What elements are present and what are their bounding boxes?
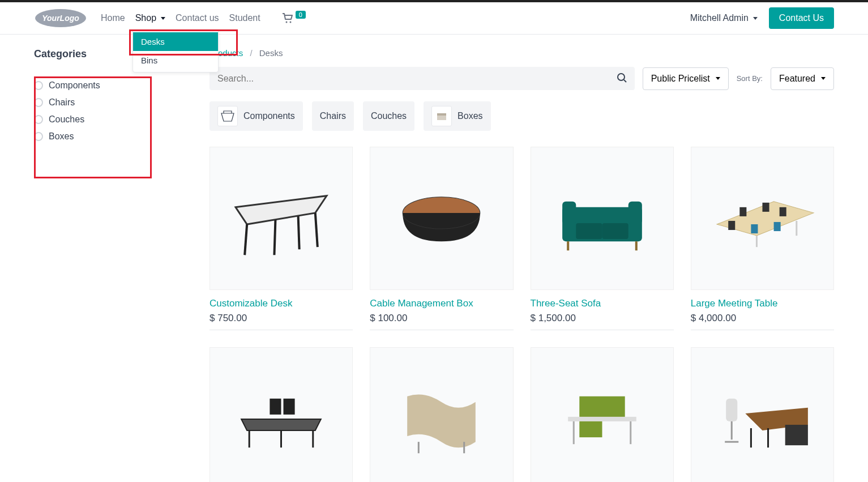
- svg-marker-31: [241, 419, 321, 430]
- product-image: [691, 347, 834, 482]
- product-image: [209, 347, 353, 482]
- nav-contact-us[interactable]: Contact us: [176, 13, 219, 23]
- breadcrumb-current: Desks: [259, 48, 283, 58]
- chip-thumb: [217, 106, 238, 126]
- product-card[interactable]: Large Meeting Table $ 4,000.00: [691, 147, 834, 330]
- shop-menu-desks[interactable]: Desks: [133, 32, 218, 51]
- product-title[interactable]: Three-Seat Sofa: [531, 298, 674, 309]
- svg-point-2: [285, 22, 287, 23]
- radio-icon: [34, 115, 43, 124]
- svg-rect-26: [751, 224, 758, 233]
- svg-rect-17: [628, 201, 642, 224]
- chip-label: Couches: [371, 111, 407, 121]
- product-price: $ 4,000.00: [691, 313, 834, 324]
- product-title[interactable]: Customizable Desk: [209, 298, 353, 309]
- chip-couches[interactable]: Couches: [363, 101, 414, 131]
- product-price: $ 100.00: [370, 313, 513, 324]
- svg-rect-32: [270, 399, 281, 415]
- radio-icon: [34, 132, 43, 141]
- svg-rect-28: [728, 221, 735, 230]
- svg-rect-33: [284, 399, 295, 415]
- chip-components[interactable]: Components: [209, 101, 303, 131]
- product-image: [209, 147, 353, 290]
- chip-label: Components: [243, 111, 295, 121]
- svg-line-5: [624, 80, 626, 82]
- category-components[interactable]: Components: [34, 77, 187, 94]
- product-price: $ 750.00: [209, 313, 353, 324]
- cart-button[interactable]: 0: [282, 13, 306, 23]
- svg-rect-23: [739, 207, 746, 216]
- caret-down-icon: [753, 17, 758, 20]
- product-card[interactable]: Customizable Desk $ 750.00: [209, 147, 353, 330]
- cart-icon: [282, 13, 293, 23]
- chip-label: Chairs: [320, 111, 346, 121]
- svg-rect-39: [579, 396, 625, 417]
- svg-rect-27: [773, 222, 780, 231]
- radio-icon: [34, 98, 43, 107]
- nav-home[interactable]: Home: [101, 13, 125, 23]
- product-price: $ 1,500.00: [531, 313, 674, 324]
- caret-down-icon: [716, 77, 720, 80]
- shop-dropdown-menu: Desks Bins: [132, 29, 219, 72]
- product-card[interactable]: Corner Desk Left Sit $ 85.00: [691, 347, 834, 482]
- svg-rect-40: [568, 417, 636, 421]
- chip-chairs[interactable]: Chairs: [312, 101, 354, 131]
- product-card[interactable]: Acoustic Bloc Screens $ 295.00: [370, 347, 513, 482]
- product-image: [531, 147, 674, 290]
- category-label: Components: [49, 80, 100, 91]
- svg-line-12: [298, 216, 300, 249]
- contact-us-button[interactable]: Contact Us: [769, 7, 834, 29]
- svg-line-10: [315, 213, 318, 247]
- product-title[interactable]: Large Meeting Table: [691, 298, 834, 309]
- product-card[interactable]: Cable Management Box $ 100.00: [370, 147, 513, 330]
- pricelist-label: Public Pricelist: [651, 74, 710, 84]
- svg-point-3: [289, 22, 291, 23]
- nav-student[interactable]: Student: [229, 13, 260, 23]
- sort-select[interactable]: Featured: [771, 67, 834, 90]
- category-label: Couches: [49, 114, 84, 125]
- product-image: [691, 147, 834, 290]
- sort-label: Sort By:: [737, 74, 763, 83]
- caret-down-icon: [161, 17, 165, 20]
- product-image: [531, 347, 674, 482]
- chip-thumb: [431, 106, 452, 126]
- category-couches[interactable]: Couches: [34, 111, 187, 128]
- svg-rect-7: [437, 113, 446, 116]
- caret-down-icon: [821, 77, 826, 80]
- product-title[interactable]: Cable Management Box: [370, 298, 513, 309]
- search-icon[interactable]: [617, 72, 627, 84]
- user-menu[interactable]: Mitchell Admin: [690, 13, 758, 23]
- svg-rect-45: [785, 425, 808, 445]
- breadcrumb-separator: /: [250, 48, 252, 58]
- nav-shop[interactable]: Shop: [135, 13, 165, 23]
- search-box[interactable]: [209, 67, 635, 90]
- sort-value: Featured: [779, 74, 815, 84]
- nav-shop-label: Shop: [135, 13, 156, 23]
- svg-rect-18: [576, 223, 602, 239]
- user-name: Mitchell Admin: [690, 13, 749, 23]
- svg-marker-8: [236, 195, 327, 224]
- radio-icon: [34, 81, 43, 90]
- product-card[interactable]: Three-Seat Sofa $ 1,500.00: [531, 147, 674, 330]
- category-chairs[interactable]: Chairs: [34, 94, 187, 111]
- product-image: [370, 347, 513, 482]
- breadcrumb: Products / Desks: [209, 48, 834, 58]
- svg-rect-19: [602, 223, 628, 239]
- svg-rect-16: [562, 201, 576, 224]
- svg-rect-43: [579, 421, 602, 437]
- logo[interactable]: YourLogo: [34, 7, 87, 29]
- product-card[interactable]: Four Person Desk $ 2,350.00: [209, 347, 353, 482]
- chip-boxes[interactable]: Boxes: [424, 101, 490, 131]
- svg-point-4: [618, 74, 625, 80]
- svg-line-11: [275, 220, 276, 255]
- search-input[interactable]: [217, 74, 617, 84]
- category-label: Boxes: [49, 131, 74, 142]
- svg-rect-25: [780, 207, 786, 216]
- category-boxes[interactable]: Boxes: [34, 128, 187, 145]
- product-card[interactable]: Desk Stand with Screen $ 2,100.00: [531, 347, 674, 482]
- pricelist-select[interactable]: Public Pricelist: [643, 67, 729, 90]
- shop-menu-bins[interactable]: Bins: [133, 51, 218, 70]
- category-label: Chairs: [49, 97, 75, 108]
- chip-label: Boxes: [457, 111, 482, 121]
- cart-count-badge: 0: [296, 11, 306, 19]
